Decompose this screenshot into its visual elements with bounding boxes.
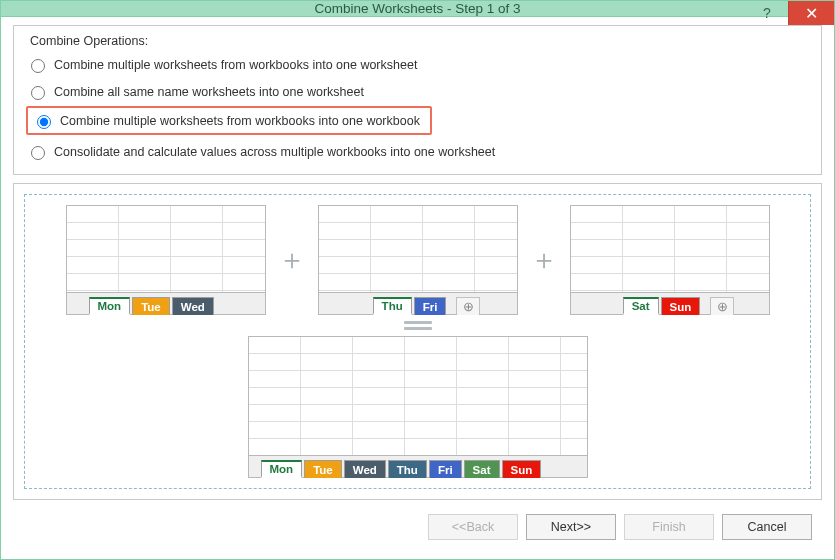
tab-fri: Fri (414, 297, 447, 315)
option-highlight: Combine multiple worksheets from workboo… (26, 106, 432, 135)
add-sheet-icon: ⊕ (710, 297, 734, 315)
tab-tue: Tue (132, 297, 170, 315)
radio-opt4-label: Consolidate and calculate values across … (54, 145, 495, 159)
workbook-b-grid (319, 206, 517, 292)
window-title: Combine Worksheets - Step 1 of 3 (1, 1, 834, 16)
source-books-row: Mon Tue Wed ＋ Thu Fri (39, 205, 796, 315)
close-icon[interactable]: ✕ (788, 1, 834, 25)
fieldset-legend: Combine Operations: (26, 34, 152, 48)
illustration-dashed: Mon Tue Wed ＋ Thu Fri (24, 194, 811, 489)
result-tab-sun: Sun (502, 460, 542, 478)
result-tab-sat: Sat (464, 460, 500, 478)
workbook-c-grid (571, 206, 769, 292)
option-one-workbook-row: Combine multiple worksheets from workboo… (26, 102, 809, 135)
titlebar-controls: ? ✕ (746, 1, 834, 16)
radio-opt1[interactable] (31, 59, 45, 73)
workbook-c-tabs: Sat Sun ⊕ (571, 292, 769, 314)
tab-thu: Thu (373, 297, 412, 315)
equals-icon (404, 321, 432, 330)
workbook-result-tabs: Mon Tue Wed Thu Fri Sat Sun (249, 455, 587, 477)
option-same-name[interactable]: Combine all same name worksheets into on… (26, 75, 809, 102)
cancel-button[interactable]: Cancel (722, 514, 812, 540)
finish-button: Finish (624, 514, 714, 540)
combine-operations-fieldset: Combine Operations: Combine multiple wor… (13, 25, 822, 175)
option-one-worksheet[interactable]: Combine multiple worksheets from workboo… (26, 48, 809, 75)
workbook-a-tabs: Mon Tue Wed (67, 292, 265, 314)
radio-opt2[interactable] (31, 86, 45, 100)
radio-opt3[interactable] (37, 115, 51, 129)
radio-opt2-label: Combine all same name worksheets into on… (54, 85, 364, 99)
result-tab-thu: Thu (388, 460, 427, 478)
tab-sun: Sun (661, 297, 701, 315)
plus-icon: ＋ (530, 241, 558, 279)
workbook-b: Thu Fri ⊕ (318, 205, 518, 315)
tab-mon: Mon (89, 297, 131, 315)
illustration-frame: Mon Tue Wed ＋ Thu Fri (13, 183, 822, 500)
result-tab-fri: Fri (429, 460, 462, 478)
workbook-a-grid (67, 206, 265, 292)
add-sheet-icon: ⊕ (456, 297, 480, 315)
next-button[interactable]: Next>> (526, 514, 616, 540)
workbook-c: Sat Sun ⊕ (570, 205, 770, 315)
help-icon[interactable]: ? (746, 1, 788, 25)
content-area: Combine Operations: Combine multiple wor… (1, 17, 834, 560)
button-row: <<Back Next>> Finish Cancel (13, 506, 822, 550)
radio-opt4[interactable] (31, 146, 45, 160)
dialog-window: Combine Worksheets - Step 1 of 3 ? ✕ Com… (0, 0, 835, 560)
radio-opt3-label: Combine multiple worksheets from workboo… (60, 114, 420, 128)
titlebar: Combine Worksheets - Step 1 of 3 ? ✕ (1, 1, 834, 17)
radio-opt1-label: Combine multiple worksheets from workboo… (54, 58, 417, 72)
option-consolidate[interactable]: Consolidate and calculate values across … (26, 135, 809, 162)
workbook-result-grid (249, 337, 587, 455)
result-tab-wed: Wed (344, 460, 386, 478)
workbook-a: Mon Tue Wed (66, 205, 266, 315)
tab-sat: Sat (623, 297, 659, 315)
workbook-result: Mon Tue Wed Thu Fri Sat Sun (248, 336, 588, 478)
tab-wed: Wed (172, 297, 214, 315)
plus-icon: ＋ (278, 241, 306, 279)
back-button: <<Back (428, 514, 518, 540)
workbook-b-tabs: Thu Fri ⊕ (319, 292, 517, 314)
result-tab-mon: Mon (261, 460, 303, 478)
result-tab-tue: Tue (304, 460, 342, 478)
